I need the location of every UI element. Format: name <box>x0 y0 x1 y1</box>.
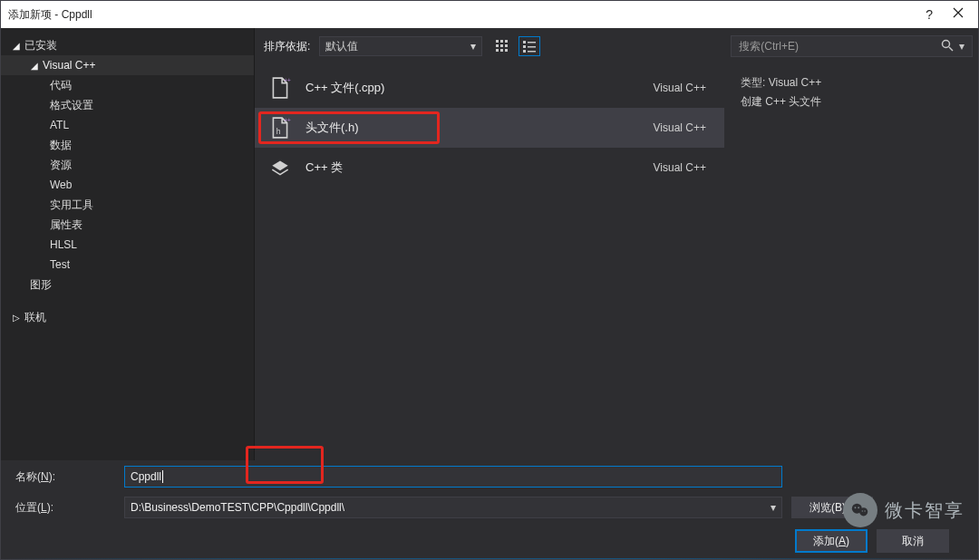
search-icon <box>941 39 954 54</box>
tree-node-web[interactable]: Web <box>1 175 254 195</box>
template-item-label: C++ 文件(.cpp) <box>305 80 641 96</box>
cpp-class-icon <box>267 155 293 180</box>
tree-node-hlsl[interactable]: HLSL <box>1 235 254 255</box>
tree-label: 实用工具 <box>50 198 93 213</box>
titlebar-buttons: ? <box>926 7 971 22</box>
text-caret <box>162 470 163 483</box>
help-icon[interactable]: ? <box>926 7 933 22</box>
details-type-value: Visual C++ <box>769 76 821 89</box>
tree-node-visual-cpp[interactable]: ◢ Visual C++ <box>1 55 254 75</box>
view-toggles <box>491 36 540 56</box>
location-value: D:\Business\DemoTEST\CPP\Cppdll\Cppdll\ <box>131 501 344 514</box>
details-type-label: 类型: <box>741 76 765 89</box>
svg-rect-12 <box>528 46 536 48</box>
sort-combo-value: 默认值 <box>325 39 358 54</box>
caret-icon: ◢ <box>12 41 21 51</box>
sort-bar: 排序依据: 默认值 ▾ 搜索(Ctrl+E) <box>255 28 978 64</box>
tree-label: 联机 <box>24 310 46 325</box>
svg-text:++: ++ <box>284 77 291 83</box>
search-placeholder: 搜索(Ctrl+E) <box>739 39 941 54</box>
bottom-panel: 名称(N): Cppdll 位置(L): D:\Business\DemoTES… <box>1 460 978 558</box>
tree-node-resource[interactable]: 资源 <box>1 155 254 175</box>
dialog-window: 添加新项 - Cppdll ? ◢ 已安装 ◢ Visual C++ 代码 格式… <box>0 0 979 560</box>
tree-label: Visual C++ <box>43 59 95 72</box>
template-item-cpp[interactable]: ++ C++ 文件(.cpp) Visual C++ <box>255 68 724 108</box>
tree-node-data[interactable]: 数据 <box>1 135 254 155</box>
svg-text:++: ++ <box>284 117 291 123</box>
center-panel: 排序依据: 默认值 ▾ 搜索(Ctrl+E) <box>255 28 978 460</box>
svg-rect-4 <box>500 44 503 47</box>
search-input[interactable]: 搜索(Ctrl+E) ▾ <box>731 35 973 57</box>
svg-rect-5 <box>505 44 508 47</box>
tree-node-utilities[interactable]: 实用工具 <box>1 195 254 215</box>
template-item-label: 头文件(.h) <box>305 120 359 136</box>
svg-rect-1 <box>500 40 503 43</box>
titlebar: 添加新项 - Cppdll ? <box>1 1 978 28</box>
name-label: 名称(N): <box>15 469 115 485</box>
footer-divider <box>1 558 978 559</box>
tree-node-online[interactable]: ▷ 联机 <box>1 307 254 327</box>
svg-rect-8 <box>505 49 508 52</box>
svg-rect-3 <box>496 44 499 47</box>
details-desc: 创建 C++ 头文件 <box>741 94 962 110</box>
tree-node-graphics[interactable]: 图形 <box>1 275 254 294</box>
details-type: 类型: Visual C++ <box>741 75 962 91</box>
cpp-file-icon: ++ <box>267 75 293 101</box>
tree-label: Web <box>50 179 72 191</box>
location-row: 位置(L): D:\Business\DemoTEST\CPP\Cppdll\C… <box>15 497 964 518</box>
add-button[interactable]: 添加(A) <box>795 529 868 553</box>
main-area: ◢ 已安装 ◢ Visual C++ 代码 格式设置 ATL 数据 资源 Web… <box>1 28 978 460</box>
svg-rect-11 <box>523 45 526 48</box>
chevron-down-icon: ▾ <box>470 40 476 53</box>
caret-icon: ▷ <box>12 313 21 323</box>
sort-label: 排序依据: <box>264 39 310 54</box>
tree-label: 资源 <box>50 158 72 173</box>
svg-text:h: h <box>276 127 281 136</box>
tree-node-code[interactable]: 代码 <box>1 75 254 95</box>
tree-label: 格式设置 <box>50 98 93 113</box>
template-item-label: C++ 类 <box>305 159 641 176</box>
tree-node-format[interactable]: 格式设置 <box>1 95 254 115</box>
browse-button[interactable]: 浏览(B)... <box>791 497 873 518</box>
cancel-button[interactable]: 取消 <box>877 529 949 553</box>
svg-point-15 <box>943 40 950 47</box>
tree-label: Test <box>50 258 70 271</box>
svg-rect-2 <box>505 40 508 43</box>
tree-node-test[interactable]: Test <box>1 255 254 275</box>
template-item-lang: Visual C++ <box>654 161 706 174</box>
svg-rect-9 <box>523 41 526 43</box>
tree-label: 图形 <box>30 277 52 293</box>
sort-combo[interactable]: 默认值 ▾ <box>319 36 482 56</box>
name-row: 名称(N): Cppdll <box>15 466 964 488</box>
template-item-lang: Visual C++ <box>654 82 706 94</box>
tree-label: 数据 <box>50 138 72 153</box>
location-label: 位置(L): <box>15 500 115 516</box>
caret-icon: ◢ <box>30 61 39 71</box>
chevron-down-icon: ▾ <box>771 501 776 514</box>
location-input[interactable]: D:\Business\DemoTEST\CPP\Cppdll\Cppdll\ … <box>124 497 782 518</box>
template-item-lang: Visual C++ <box>654 121 706 134</box>
svg-rect-10 <box>528 42 536 43</box>
view-grid-icon[interactable] <box>491 36 513 56</box>
search-wrap: 搜索(Ctrl+E) ▾ <box>731 35 973 57</box>
tree-node-atl[interactable]: ATL <box>1 115 254 135</box>
tree-node-propsheet[interactable]: 属性表 <box>1 215 254 235</box>
search-dropdown-icon: ▾ <box>959 40 964 53</box>
name-input[interactable]: Cppdll <box>124 466 782 488</box>
dialog-actions: 添加(A) 取消 <box>15 529 964 553</box>
template-item-header[interactable]: h++ 头文件(.h) Visual C++ <box>255 108 724 148</box>
tree-label: ATL <box>50 119 69 131</box>
tree-node-installed[interactable]: ◢ 已安装 <box>1 35 254 55</box>
view-list-icon[interactable] <box>519 36 540 56</box>
cancel-button-label: 取消 <box>902 534 924 549</box>
close-icon[interactable] <box>953 7 964 22</box>
name-input-value: Cppdll <box>131 470 161 483</box>
svg-rect-14 <box>528 51 536 53</box>
svg-rect-0 <box>496 40 499 43</box>
h-file-icon: h++ <box>267 115 293 140</box>
details-panel: 类型: Visual C++ 创建 C++ 头文件 <box>724 64 978 460</box>
template-item-class[interactable]: C++ 类 Visual C++ <box>255 148 724 188</box>
tree-label: 代码 <box>50 78 72 93</box>
svg-rect-6 <box>496 49 499 52</box>
svg-rect-13 <box>523 50 526 53</box>
